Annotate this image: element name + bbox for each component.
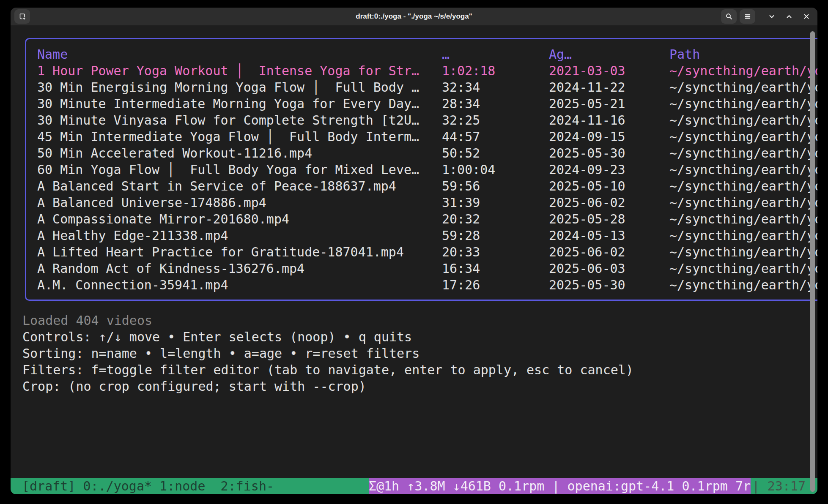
cell-name: A Balanced Universe-174886.mp4 xyxy=(37,194,442,211)
video-table: Name … Ag… Path 1 Hour Power Yoga Workou… xyxy=(25,38,817,301)
minimize-button[interactable] xyxy=(765,9,779,24)
status-line: Loaded 404 videos xyxy=(22,312,633,329)
cell-path: ~/syncthing/earth/yo xyxy=(669,244,817,260)
cell-duration: 16:34 xyxy=(442,260,549,277)
menu-button[interactable] xyxy=(740,9,755,24)
column-header-age[interactable]: Ag… xyxy=(549,46,669,63)
cell-age: 2024-09-23 xyxy=(549,161,669,178)
table-row[interactable]: 45 Min Intermediate Yoga Flow │ Full Bod… xyxy=(26,128,817,145)
cell-age: 2025-05-30 xyxy=(549,277,669,293)
table-row[interactable]: A Lifted Heart Practice for Gratitude-18… xyxy=(26,244,817,260)
tmux-status-bar: [draft] 0:./yoga* 1:node 2:fish- Σ@1h ↑3… xyxy=(11,478,817,494)
cell-age: 2025-05-10 xyxy=(549,178,669,194)
cell-path: ~/syncthing/earth/yo xyxy=(669,227,817,244)
cell-name: A Healthy Edge-211338.mp4 xyxy=(37,227,442,244)
table-header-row: Name … Ag… Path xyxy=(26,46,817,63)
cell-age: 2025-05-21 xyxy=(549,95,669,112)
cell-name: 30 Minute Intermediate Morning Yoga for … xyxy=(37,95,442,112)
cell-path: ~/syncthing/earth/yo xyxy=(669,145,817,161)
column-header-path[interactable]: Path xyxy=(669,46,817,63)
cell-path: ~/syncthing/earth/yo xyxy=(669,95,817,112)
cell-path: ~/syncthing/earth/yo xyxy=(669,277,817,293)
terminal-window: draft:0:./yoga - "./yoga ~/s/e/yoga" xyxy=(11,8,817,494)
table-row[interactable]: 60 Min Yoga Flow │ Full Body Yoga for Mi… xyxy=(26,161,817,178)
table-row[interactable]: 50 Min Accelerated Workout-11216.mp450:5… xyxy=(26,145,817,161)
window-title: draft:0:./yoga - "./yoga ~/s/e/yoga" xyxy=(11,12,817,21)
cell-name: A Compassionate Mirror-201680.mp4 xyxy=(37,211,442,227)
cell-path: ~/syncthing/earth/yo xyxy=(669,63,817,79)
cell-duration: 31:39 xyxy=(442,194,549,211)
cell-name: A Random Act of Kindness-136276.mp4 xyxy=(37,260,442,277)
cell-path: ~/syncthing/earth/yo xyxy=(669,194,817,211)
column-header-duration[interactable]: … xyxy=(442,46,549,63)
status-line: Crop: (no crop configured; start with --… xyxy=(22,378,633,395)
status-line: Filters: f=toggle filter editor (tab to … xyxy=(22,362,633,378)
tmux-stats-segment: Σ@1h ↑3.8M ↓461B 0.1rpm | openai:gpt-4.1… xyxy=(369,478,751,494)
close-button[interactable] xyxy=(799,9,814,24)
table-row[interactable]: A Random Act of Kindness-136276.mp416:34… xyxy=(26,260,817,277)
cell-age: 2025-05-28 xyxy=(549,211,669,227)
cell-name: 1 Hour Power Yoga Workout │ Intense Yoga… xyxy=(37,63,442,79)
close-icon xyxy=(803,13,810,20)
status-line: Sorting: n=name • l=length • a=age • r=r… xyxy=(22,345,633,362)
titlebar: draft:0:./yoga - "./yoga ~/s/e/yoga" xyxy=(11,8,817,25)
table-row[interactable]: 30 Minute Intermediate Morning Yoga for … xyxy=(26,95,817,112)
search-icon xyxy=(725,13,733,20)
tmux-session-windows[interactable]: [draft] 0:./yoga* 1:node 2:fish- xyxy=(11,478,274,494)
table-body: 1 Hour Power Yoga Workout │ Intense Yoga… xyxy=(26,63,817,293)
table-row[interactable]: A Balanced Universe-174886.mp431:392025-… xyxy=(26,194,817,211)
cell-duration: 32:34 xyxy=(442,79,549,95)
cell-duration: 59:28 xyxy=(442,227,549,244)
table-row[interactable]: 30 Min Energising Morning Yoga Flow │ Fu… xyxy=(26,79,817,95)
cell-name: A Balanced Start in Service of Peace-188… xyxy=(37,178,442,194)
table-row[interactable]: 1 Hour Power Yoga Workout │ Intense Yoga… xyxy=(26,63,817,79)
table-row[interactable]: A Compassionate Mirror-201680.mp420:3220… xyxy=(26,211,817,227)
table-row[interactable]: A.M. Connection-35941.mp417:262025-05-30… xyxy=(26,277,817,293)
new-tab-icon xyxy=(19,13,26,20)
table-row[interactable]: A Balanced Start in Service of Peace-188… xyxy=(26,178,817,194)
cell-age: 2021-03-03 xyxy=(549,63,669,79)
column-header-name[interactable]: Name xyxy=(37,46,442,63)
cell-age: 2024-11-16 xyxy=(549,112,669,128)
cell-duration: 50:52 xyxy=(442,145,549,161)
table-row[interactable]: 30 Minute Vinyasa Flow for Complete Stre… xyxy=(26,112,817,128)
search-button[interactable] xyxy=(721,9,737,24)
tmux-clock: | 23:17 xyxy=(751,478,817,494)
cell-name: 50 Min Accelerated Workout-11216.mp4 xyxy=(37,145,442,161)
terminal-scrollbar[interactable] xyxy=(810,31,815,492)
status-text-block: Loaded 404 videosControls: ↑/↓ move • En… xyxy=(22,312,633,395)
cell-age: 2025-06-02 xyxy=(549,194,669,211)
cell-age: 2024-09-15 xyxy=(549,128,669,145)
terminal-content: Name … Ag… Path 1 Hour Power Yoga Workou… xyxy=(11,25,817,494)
cell-name: 30 Minute Vinyasa Flow for Complete Stre… xyxy=(37,112,442,128)
cell-duration: 20:32 xyxy=(442,211,549,227)
cell-name: A Lifted Heart Practice for Gratitude-18… xyxy=(37,244,442,260)
chevron-up-icon xyxy=(785,13,793,20)
hamburger-menu-icon xyxy=(744,13,751,20)
cell-age: 2024-11-22 xyxy=(549,79,669,95)
cell-age: 2024-05-13 xyxy=(549,227,669,244)
cell-path: ~/syncthing/earth/yo xyxy=(669,260,817,277)
cell-duration: 1:02:18 xyxy=(442,63,549,79)
status-line: Controls: ↑/↓ move • Enter selects (noop… xyxy=(22,329,633,345)
cell-name: A.M. Connection-35941.mp4 xyxy=(37,277,442,293)
cell-path: ~/syncthing/earth/yo xyxy=(669,178,817,194)
new-tab-button[interactable] xyxy=(14,9,30,24)
cell-name: 60 Min Yoga Flow │ Full Body Yoga for Mi… xyxy=(37,161,442,178)
chevron-down-icon xyxy=(768,13,776,20)
cell-path: ~/syncthing/earth/yo xyxy=(669,79,817,95)
cell-path: ~/syncthing/earth/yo xyxy=(669,161,817,178)
cell-name: 45 Min Intermediate Yoga Flow │ Full Bod… xyxy=(37,128,442,145)
cell-path: ~/syncthing/earth/yo xyxy=(669,112,817,128)
cell-duration: 17:26 xyxy=(442,277,549,293)
cell-path: ~/syncthing/earth/yo xyxy=(669,211,817,227)
tmux-spacer xyxy=(274,478,369,494)
cell-duration: 20:33 xyxy=(442,244,549,260)
cell-age: 2025-06-02 xyxy=(549,244,669,260)
maximize-button[interactable] xyxy=(782,9,796,24)
table-row[interactable]: A Healthy Edge-211338.mp459:282024-05-13… xyxy=(26,227,817,244)
cell-duration: 59:56 xyxy=(442,178,549,194)
cell-path: ~/syncthing/earth/yo xyxy=(669,128,817,145)
cell-duration: 1:00:04 xyxy=(442,161,549,178)
cell-age: 2025-06-03 xyxy=(549,260,669,277)
